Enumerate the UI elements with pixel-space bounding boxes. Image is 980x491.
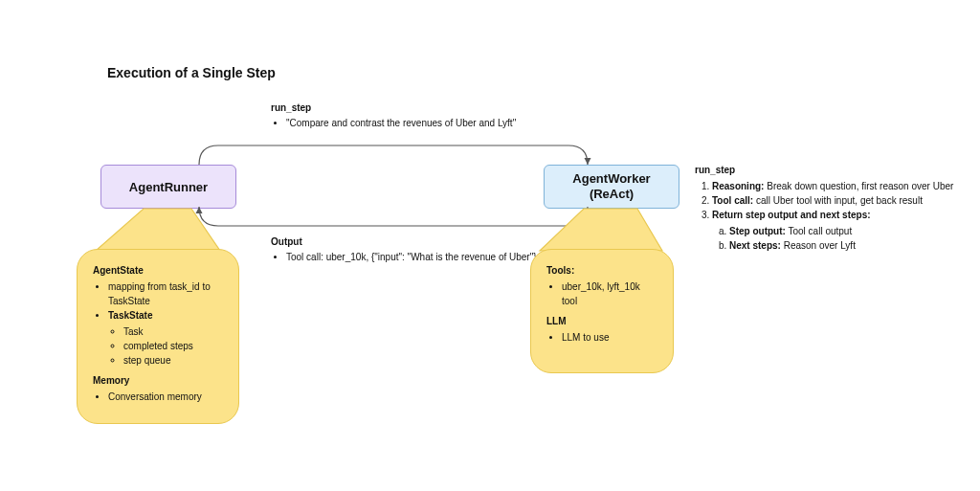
tools-heading: Tools: [546,263,657,278]
taskstate-task: Task [123,324,223,339]
agentstate-item-mapping: mapping from task_id to TaskState [108,279,223,308]
tools-item: uber_10k, lyft_10k tool [562,279,657,308]
taskstate-heading: TaskState [108,310,153,321]
annotation-step-3: Return step output and next steps: Step … [712,208,972,253]
annotation-heading: run_step [695,163,972,177]
output-heading: Output [271,235,537,249]
output-label: Output Tool call: uber_10k, {"input": "W… [271,235,537,264]
llm-item: LLM to use [562,330,657,345]
agentstate-heading: AgentState [93,263,223,278]
run-step-top-label: run_step "Compare and contrast the reven… [271,101,516,130]
agent-worker-node: AgentWorker (ReAct) [544,165,679,209]
agent-worker-label-1: AgentWorker [572,171,650,187]
annotation-step-3a: Step output: Tool call output [729,224,972,238]
diagram-title: Execution of a Single Step [107,65,276,80]
agent-worker-label-2: (ReAct) [590,187,634,202]
llm-heading: LLM [546,314,657,328]
taskstate-queue: step queue [123,353,223,368]
agent-worker-config-blob: Tools: uber_10k, lyft_10k tool LLM LLM t… [530,249,674,373]
run-step-top-bullet: "Compare and contrast the revenues of Ub… [286,117,516,130]
annotation-step-2: Tool call: call Uber tool with input, ge… [712,193,972,208]
run-step-top-heading: run_step [271,101,516,115]
run-step-annotation: run_step Reasoning: Break down question,… [695,163,972,253]
memory-heading: Memory [93,373,223,388]
diagram-canvas: Execution of a Single Step run_step "Com… [0,0,980,491]
output-bullet: Tool call: uber_10k, {"input": "What is … [286,251,537,264]
agent-runner-node: AgentRunner [100,165,236,209]
annotation-step-3b: Next steps: Reason over Lyft [729,238,972,253]
annotation-step-1: Reasoning: Break down question, first re… [712,179,972,193]
taskstate-completed: completed steps [123,339,223,353]
memory-item: Conversation memory [108,390,223,404]
agent-runner-label: AgentRunner [129,180,208,194]
agent-runner-state-blob: AgentState mapping from task_id to TaskS… [77,249,239,424]
